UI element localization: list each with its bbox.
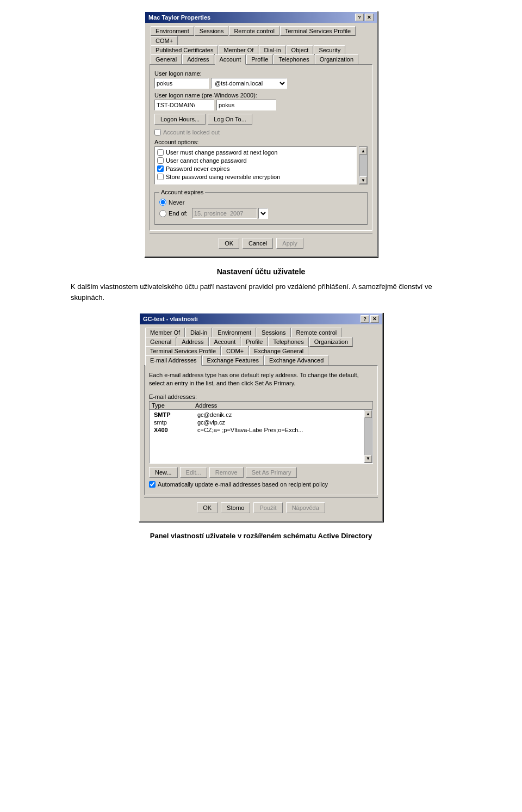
ok-button-1[interactable]: OK: [219, 238, 239, 249]
option-row-1: User cannot change password: [157, 157, 354, 164]
tab2-address[interactable]: Address: [177, 337, 208, 347]
email-listbox-container: SMTP gc@denik.cz smtp gc@vlp.cz X400 c=C…: [149, 409, 373, 464]
tab2-profile[interactable]: Profile: [241, 337, 268, 347]
endof-radio[interactable]: [159, 210, 166, 217]
ok-button-2[interactable]: OK: [197, 502, 217, 513]
tab2-com[interactable]: COM+: [221, 346, 248, 356]
email-scrollbar: ▲ ▼: [364, 410, 372, 463]
tab-general[interactable]: General: [151, 54, 182, 65]
logon-name-input[interactable]: [154, 78, 209, 89]
set-primary-button[interactable]: Set As Primary: [246, 467, 297, 478]
caption-2: Panel vlastností uživatele v rozšířeném …: [150, 532, 372, 540]
tab2-organization[interactable]: Organization: [309, 337, 353, 347]
pouzit-button[interactable]: Použít: [253, 502, 282, 513]
titlebar-1: Mac Taylor Properties ? ✕: [145, 12, 377, 23]
tab-row-1a: Environment Sessions Remote control Term…: [150, 26, 372, 45]
tab2-email-addresses[interactable]: E-mail Addresses: [145, 355, 202, 366]
email-table-header: Type Address: [149, 401, 373, 409]
tab2-telephones[interactable]: Telephones: [268, 337, 308, 347]
option-checkbox-2[interactable]: [157, 165, 164, 172]
tab2-remote[interactable]: Remote control: [291, 328, 342, 337]
napoveda-button[interactable]: Nápověda: [286, 502, 325, 513]
email-desc: Each e-mail address type has one default…: [149, 371, 373, 388]
tab2-sessions[interactable]: Sessions: [257, 328, 291, 337]
tab-sessions[interactable]: Sessions: [195, 26, 229, 36]
endof-label: End of:: [169, 210, 188, 217]
tab2-exchange-features[interactable]: Exchange Features: [202, 355, 264, 366]
logon-to-button[interactable]: Log On To...: [208, 114, 252, 125]
titlebar-controls-1: ? ✕: [355, 14, 374, 21]
tab2-general[interactable]: General: [145, 337, 176, 347]
storno-button[interactable]: Storno: [221, 502, 250, 513]
option-checkbox-0[interactable]: [157, 149, 164, 156]
page-container: Mac Taylor Properties ? ✕ Environment Se…: [11, 11, 511, 540]
cancel-button-1[interactable]: Cancel: [243, 238, 273, 249]
tab2-exchange-advanced[interactable]: Exchange Advanced: [264, 355, 328, 366]
email-scroll-down[interactable]: ▼: [364, 455, 372, 463]
prewin2000-label: User logon name (pre-Windows 2000):: [154, 92, 368, 99]
close-button-2[interactable]: ✕: [370, 315, 379, 323]
desc-paragraph: K dalším vlastnostem uživatelského účtu …: [71, 281, 451, 303]
tab-environment[interactable]: Environment: [151, 26, 194, 36]
edit-button[interactable]: Edit...: [180, 467, 207, 478]
tab-remote-control[interactable]: Remote control: [229, 26, 279, 36]
email-type-0: SMTP: [154, 411, 197, 418]
tab-address[interactable]: Address: [182, 54, 214, 65]
tab2-member-of[interactable]: Member Of: [145, 328, 185, 337]
locked-out-checkbox[interactable]: [154, 129, 161, 136]
account-options-label: Account options:: [154, 139, 368, 145]
tab2-account[interactable]: Account: [209, 337, 241, 347]
help-button-1[interactable]: ?: [355, 14, 364, 21]
prewin2000-row: [154, 100, 368, 110]
help-button-2[interactable]: ?: [361, 315, 369, 323]
tab2-environment[interactable]: Environment: [213, 328, 256, 337]
tab2-exchange-general[interactable]: Exchange General: [249, 346, 308, 356]
tab-dialin[interactable]: Dial-in: [259, 45, 285, 55]
auto-update-row: Automatically update e-mail addresses ba…: [149, 481, 373, 488]
domain-select[interactable]: @tst-domain.local: [211, 78, 287, 89]
account-expires-legend: Account expires: [159, 189, 205, 195]
never-radio[interactable]: [159, 199, 166, 206]
scroll-up-arrow[interactable]: ▲: [359, 147, 367, 155]
email-panel: Each e-mail address type has one default…: [144, 365, 378, 495]
prewin2000-name-input[interactable]: [216, 100, 276, 110]
option-checkbox-1[interactable]: [157, 157, 164, 164]
option-row-0: User must change password at next logon: [157, 149, 354, 156]
col-type-header: Type: [152, 402, 195, 409]
col-address-header: Address: [195, 402, 370, 409]
tab-account[interactable]: Account: [215, 54, 246, 65]
option-checkbox-3[interactable]: [157, 174, 164, 180]
email-address-2: c=CZ;a= ;p=Vltava-Labe Pres;o=Exch...: [197, 427, 359, 433]
tab-organization[interactable]: Organization: [315, 54, 358, 65]
tab-terminal-profile[interactable]: Terminal Services Profile: [280, 26, 356, 36]
tab-object[interactable]: Object: [287, 45, 314, 55]
tab-published-certs[interactable]: Published Certificates: [151, 45, 218, 55]
email-type-2: X400: [154, 427, 197, 433]
tab-member-of[interactable]: Member Of: [219, 45, 258, 55]
email-scroll-up[interactable]: ▲: [364, 410, 372, 418]
new-button[interactable]: New...: [149, 467, 178, 478]
auto-update-checkbox[interactable]: [149, 481, 156, 488]
tab2-dialin[interactable]: Dial-in: [185, 328, 212, 337]
endof-date-select[interactable]: [258, 208, 268, 219]
tab-com[interactable]: COM+: [151, 36, 178, 46]
logon-hours-button[interactable]: Logon Hours...: [154, 114, 206, 125]
tab-telephones[interactable]: Telephones: [274, 54, 314, 65]
email-listbox[interactable]: SMTP gc@denik.cz smtp gc@vlp.cz X400 c=C…: [150, 410, 364, 463]
auto-update-label: Automatically update e-mail addresses ba…: [158, 481, 328, 488]
endof-date-input[interactable]: [192, 208, 257, 219]
prewin2000-domain-input[interactable]: [154, 100, 214, 110]
tab2-terminal[interactable]: Terminal Services Profile: [145, 346, 221, 356]
locked-out-row: Account is locked out: [154, 129, 368, 136]
dialog-mac-taylor: Mac Taylor Properties ? ✕ Environment Se…: [144, 11, 378, 257]
tab-profile[interactable]: Profile: [246, 54, 273, 65]
apply-button-1[interactable]: Apply: [276, 238, 303, 249]
remove-button[interactable]: Remove: [209, 467, 244, 478]
dialog2-footer: OK Storno Použít Nápověda: [144, 497, 378, 516]
tab-row-2a: Member Of Dial-in Environment Sessions R…: [144, 328, 378, 337]
close-button-1[interactable]: ✕: [365, 14, 374, 21]
tab-security[interactable]: Security: [314, 45, 345, 55]
options-listbox: User must change password at next logon …: [154, 146, 357, 184]
email-address-1: gc@vlp.cz: [197, 419, 359, 426]
scroll-down-arrow[interactable]: ▼: [359, 176, 367, 184]
